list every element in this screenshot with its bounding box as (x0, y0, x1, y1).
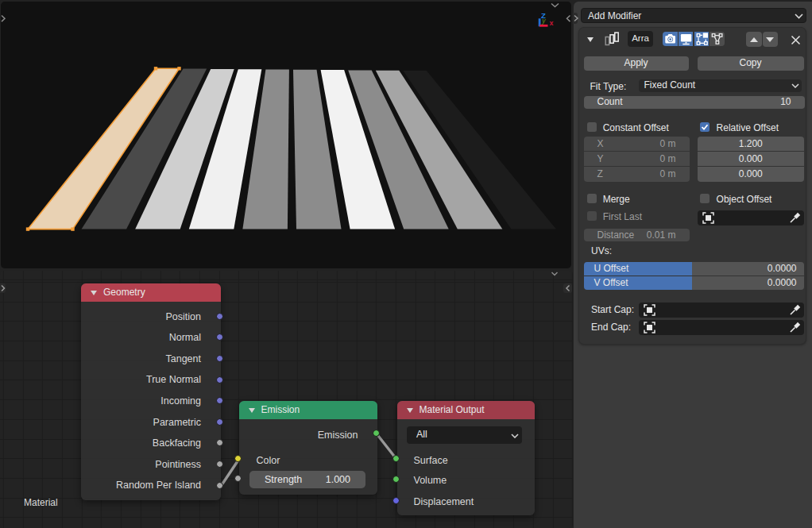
svg-text:y: y (541, 17, 547, 25)
svg-text:x: x (550, 19, 554, 27)
